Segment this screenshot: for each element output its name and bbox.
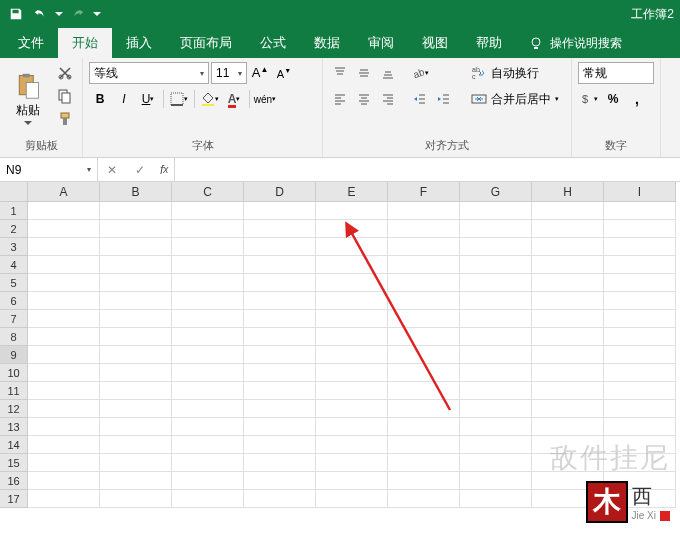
accounting-format-button[interactable]: $▾ [578,88,600,110]
row-header[interactable]: 1 [0,202,28,220]
fill-color-button[interactable]: ▾ [199,88,221,110]
cell[interactable] [244,454,316,472]
align-top-button[interactable] [329,62,351,84]
cell[interactable] [316,292,388,310]
row-header[interactable]: 12 [0,400,28,418]
column-header[interactable]: B [100,182,172,202]
cell[interactable] [316,310,388,328]
cell[interactable] [316,220,388,238]
cell[interactable] [100,490,172,508]
qat-customize[interactable] [92,4,102,24]
cell[interactable] [460,400,532,418]
cell[interactable] [532,382,604,400]
cell[interactable] [316,400,388,418]
cell[interactable] [532,292,604,310]
cell[interactable] [28,238,100,256]
cell[interactable] [100,364,172,382]
cell[interactable] [460,238,532,256]
cell[interactable] [316,490,388,508]
cell[interactable] [316,256,388,274]
cell[interactable] [244,382,316,400]
row-header[interactable]: 11 [0,382,28,400]
font-color-button[interactable]: A▾ [223,88,245,110]
cell[interactable] [244,238,316,256]
tab-formulas[interactable]: 公式 [246,28,300,58]
cell[interactable] [100,220,172,238]
tab-data[interactable]: 数据 [300,28,354,58]
increase-font-button[interactable]: A▲ [249,62,271,84]
row-header[interactable]: 14 [0,436,28,454]
cell[interactable] [388,346,460,364]
cell[interactable] [244,400,316,418]
tab-file[interactable]: 文件 [4,28,58,58]
cell[interactable] [100,202,172,220]
cell[interactable] [460,256,532,274]
row-header[interactable]: 17 [0,490,28,508]
decrease-indent-button[interactable] [409,88,431,110]
cell[interactable] [604,256,676,274]
tab-review[interactable]: 审阅 [354,28,408,58]
cell[interactable] [388,238,460,256]
cell[interactable] [172,472,244,490]
fx-icon[interactable]: fx [154,163,174,177]
cell[interactable] [244,310,316,328]
column-header[interactable]: C [172,182,244,202]
row-header[interactable]: 13 [0,418,28,436]
cell[interactable] [460,418,532,436]
cell[interactable] [244,346,316,364]
cell[interactable] [388,310,460,328]
cell[interactable] [460,346,532,364]
cell[interactable] [244,418,316,436]
cell[interactable] [388,256,460,274]
cell[interactable] [172,202,244,220]
cell[interactable] [316,346,388,364]
comma-button[interactable]: , [626,88,648,110]
cell[interactable] [604,274,676,292]
cell[interactable] [532,364,604,382]
cell[interactable] [316,454,388,472]
cell[interactable] [316,202,388,220]
cell[interactable] [172,256,244,274]
align-center-button[interactable] [353,88,375,110]
cell[interactable] [100,256,172,274]
row-header[interactable]: 2 [0,220,28,238]
cell[interactable] [604,382,676,400]
row-header[interactable]: 9 [0,346,28,364]
cell[interactable] [28,292,100,310]
cell[interactable] [100,436,172,454]
cell[interactable] [244,202,316,220]
cell[interactable] [172,364,244,382]
column-header[interactable]: H [532,182,604,202]
cell[interactable] [28,346,100,364]
row-header[interactable]: 5 [0,274,28,292]
cell[interactable] [604,400,676,418]
font-name-box[interactable]: 等线 ▾ [89,62,209,84]
italic-button[interactable]: I [113,88,135,110]
cell[interactable] [532,202,604,220]
cell[interactable] [172,490,244,508]
cell[interactable] [244,436,316,454]
cell[interactable] [604,292,676,310]
cell[interactable] [460,220,532,238]
cell[interactable] [388,472,460,490]
cell[interactable] [388,364,460,382]
cell[interactable] [316,418,388,436]
column-header[interactable]: I [604,182,676,202]
row-header[interactable]: 16 [0,472,28,490]
cell[interactable] [460,202,532,220]
cell[interactable] [316,274,388,292]
cell[interactable] [388,436,460,454]
row-header[interactable]: 8 [0,328,28,346]
column-header[interactable]: E [316,182,388,202]
row-header[interactable]: 6 [0,292,28,310]
cell[interactable] [28,436,100,454]
number-format-box[interactable]: 常规 [578,62,654,84]
formula-input[interactable] [175,158,680,181]
cell[interactable] [28,490,100,508]
redo-button[interactable] [68,4,88,24]
cell[interactable] [172,454,244,472]
cell[interactable] [244,256,316,274]
cell[interactable] [172,238,244,256]
cell[interactable] [100,238,172,256]
cell[interactable] [172,346,244,364]
